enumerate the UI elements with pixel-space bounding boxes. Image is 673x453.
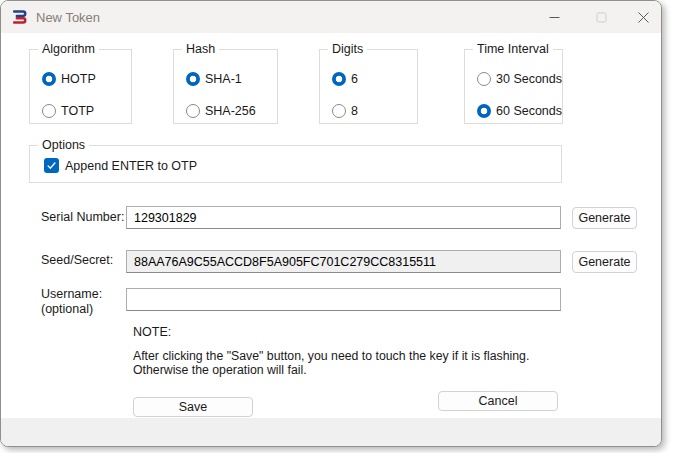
time-interval-group: Time Interval 30 Seconds 60 Seconds <box>464 49 563 124</box>
generate-seed-button[interactable]: Generate <box>572 251 637 273</box>
seed-secret-input[interactable] <box>126 250 561 273</box>
radio-icon[interactable] <box>477 72 491 86</box>
minimize-icon <box>549 12 560 23</box>
generate-serial-button[interactable]: Generate <box>572 207 637 229</box>
options-group: Options Append ENTER to OTP <box>29 145 562 183</box>
new-token-dialog: New Token Algorithm HOTP TOTP Hash <box>0 0 662 447</box>
radio-icon[interactable] <box>332 104 346 118</box>
checkmark-icon <box>46 160 57 171</box>
serial-number-input[interactable] <box>126 206 561 229</box>
radio-label: SHA-256 <box>205 104 256 118</box>
seed-secret-label: Seed/Secret: <box>41 253 113 267</box>
radio-label: 60 Seconds <box>496 104 562 118</box>
radio-label: 6 <box>351 72 358 86</box>
time-interval-group-label: Time Interval <box>473 42 553 56</box>
note-heading: NOTE: <box>133 325 171 339</box>
serial-number-label: Serial Number: <box>41 210 124 224</box>
algorithm-group-label: Algorithm <box>38 42 99 56</box>
radio-label: 8 <box>351 104 358 118</box>
algorithm-group: Algorithm HOTP TOTP <box>29 49 132 124</box>
username-optional-label: (optional) <box>41 302 93 316</box>
checkbox-label: Append ENTER to OTP <box>65 159 197 173</box>
radio-label: HOTP <box>61 72 96 86</box>
append-enter-checkbox-row[interactable]: Append ENTER to OTP <box>44 158 197 173</box>
radio-label: SHA-1 <box>205 72 242 86</box>
hash-group-label: Hash <box>182 42 219 56</box>
radio-option-8[interactable]: 8 <box>332 103 358 119</box>
radio-icon[interactable] <box>477 104 491 118</box>
checkbox-checked-icon[interactable] <box>44 158 59 173</box>
minimize-button[interactable] <box>534 1 574 33</box>
digits-group: Digits 6 8 <box>319 49 418 124</box>
radio-option-6[interactable]: 6 <box>332 71 358 87</box>
window-title: New Token <box>36 10 100 25</box>
options-group-label: Options <box>38 138 89 152</box>
radio-icon[interactable] <box>332 72 346 86</box>
app-logo-icon <box>11 8 29 26</box>
maximize-icon <box>596 12 607 23</box>
titlebar: New Token <box>1 1 661 33</box>
close-icon <box>638 12 649 23</box>
note-line-2: Otherwise the operation will fail. <box>133 364 529 378</box>
radio-icon[interactable] <box>42 72 56 86</box>
radio-option-30-seconds[interactable]: 30 Seconds <box>477 71 562 87</box>
radio-option-sha1[interactable]: SHA-1 <box>186 71 242 87</box>
radio-option-totp[interactable]: TOTP <box>42 103 94 119</box>
note-line-1: After clicking the "Save" button, you ne… <box>133 350 529 364</box>
maximize-button[interactable] <box>581 1 621 33</box>
save-button[interactable]: Save <box>133 397 253 417</box>
radio-icon[interactable] <box>186 104 200 118</box>
username-input[interactable] <box>126 288 561 311</box>
radio-option-sha256[interactable]: SHA-256 <box>186 103 256 119</box>
radio-option-hotp[interactable]: HOTP <box>42 71 96 87</box>
digits-group-label: Digits <box>328 42 367 56</box>
username-label: Username: <box>41 287 102 301</box>
radio-icon[interactable] <box>186 72 200 86</box>
radio-label: TOTP <box>61 104 94 118</box>
close-button[interactable] <box>623 1 662 33</box>
radio-option-60-seconds[interactable]: 60 Seconds <box>477 103 562 119</box>
hash-group: Hash SHA-1 SHA-256 <box>173 49 278 124</box>
radio-label: 30 Seconds <box>496 72 562 86</box>
radio-icon[interactable] <box>42 104 56 118</box>
dialog-bottom-strip <box>1 418 661 446</box>
cancel-button[interactable]: Cancel <box>438 391 558 411</box>
note-text: After clicking the "Save" button, you ne… <box>133 350 529 377</box>
